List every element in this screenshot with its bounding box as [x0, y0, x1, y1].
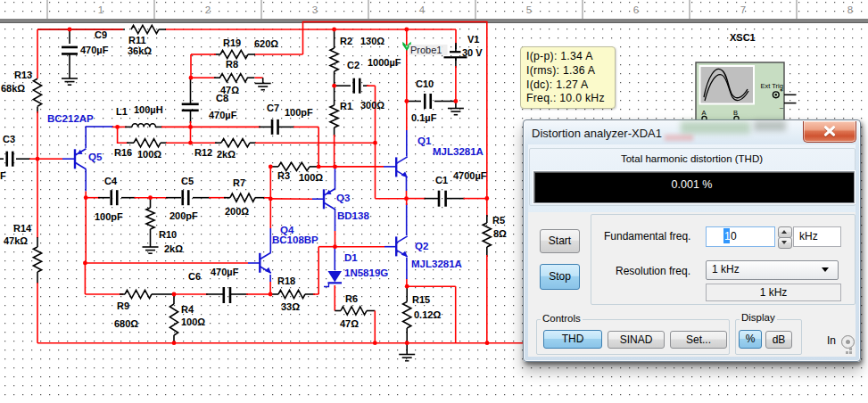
svg-text:6: 6 — [633, 4, 639, 15]
svg-text:130Ω: 130Ω — [360, 36, 384, 46]
svg-text:300Ω: 300Ω — [360, 100, 384, 111]
svg-text:R15: R15 — [412, 294, 430, 305]
svg-text:MJL3281A: MJL3281A — [411, 259, 462, 269]
svg-text:2: 2 — [205, 4, 211, 15]
svg-text:R16: R16 — [114, 147, 132, 158]
svg-text:R9: R9 — [117, 300, 129, 311]
svg-text:MJL3281A: MJL3281A — [433, 146, 484, 157]
svg-text:V1: V1 — [467, 34, 479, 45]
svg-text:2kΩ: 2kΩ — [217, 149, 236, 160]
svg-text:C1: C1 — [435, 175, 448, 185]
svg-text:C10: C10 — [416, 78, 434, 89]
svg-text:8: 8 — [847, 4, 853, 15]
svg-text:Q5: Q5 — [88, 152, 103, 162]
svg-text:C5: C5 — [181, 176, 194, 186]
svg-text:R18: R18 — [277, 276, 295, 286]
svg-text:680Ω: 680Ω — [114, 318, 138, 329]
svg-text:3: 3 — [312, 4, 318, 15]
svg-text:470µF: 470µF — [211, 267, 239, 277]
svg-text:100pF: 100pF — [95, 211, 123, 222]
svg-text:0.1µF: 0.1µF — [411, 112, 437, 123]
svg-text:Q1: Q1 — [417, 136, 432, 146]
svg-text:7: 7 — [740, 4, 746, 15]
svg-text:R7: R7 — [233, 177, 245, 188]
svg-text:C7: C7 — [267, 103, 279, 113]
svg-text:D1: D1 — [344, 252, 358, 263]
svg-text:Q3: Q3 — [336, 193, 350, 203]
svg-text:2kΩ: 2kΩ — [164, 243, 183, 254]
svg-text:100Ω: 100Ω — [181, 317, 205, 327]
svg-text:C4: C4 — [104, 176, 118, 186]
svg-text:47Ω: 47Ω — [340, 318, 359, 329]
svg-text:R12: R12 — [194, 147, 212, 158]
svg-text:_: _ — [779, 102, 783, 109]
svg-text:470µF: 470µF — [80, 45, 109, 55]
svg-text:C3: C3 — [3, 134, 15, 144]
svg-text:R11: R11 — [128, 35, 146, 45]
svg-text:36kΩ: 36kΩ — [128, 45, 152, 56]
svg-text:BC108BP: BC108BP — [272, 234, 318, 245]
svg-text:R5: R5 — [492, 215, 505, 226]
svg-text:620Ω: 620Ω — [254, 38, 278, 49]
svg-text:1N5819G: 1N5819G — [344, 267, 388, 278]
svg-text:200pF: 200pF — [169, 210, 198, 221]
svg-text:R13: R13 — [14, 70, 32, 80]
svg-text:Probe1: Probe1 — [410, 45, 442, 55]
svg-text:+: + — [780, 87, 783, 94]
svg-text:8Ω: 8Ω — [493, 228, 507, 239]
svg-text:30 V: 30 V — [462, 47, 483, 58]
svg-text:C9: C9 — [95, 29, 107, 40]
svg-text:B: B — [733, 109, 738, 117]
svg-text:100Ω: 100Ω — [299, 172, 323, 183]
svg-text:5: 5 — [526, 4, 532, 15]
svg-text:R3: R3 — [277, 170, 290, 181]
svg-text:R14: R14 — [13, 223, 32, 234]
svg-text:A: A — [702, 109, 707, 117]
svg-text:68kΩ: 68kΩ — [1, 83, 25, 94]
svg-text:F: F — [0, 170, 6, 181]
svg-text:R2: R2 — [340, 36, 352, 46]
svg-text:C6: C6 — [188, 271, 201, 282]
svg-text:L1: L1 — [116, 106, 128, 117]
svg-text:R8: R8 — [226, 59, 238, 70]
svg-text:BC212AP: BC212AP — [47, 113, 94, 124]
svg-text:1: 1 — [98, 4, 103, 15]
svg-text:200Ω: 200Ω — [225, 206, 249, 217]
svg-text:100Ω: 100Ω — [137, 149, 161, 160]
svg-text:33Ω: 33Ω — [281, 301, 300, 312]
svg-text:R4: R4 — [181, 304, 194, 315]
svg-text:R10: R10 — [159, 229, 177, 240]
svg-text:1000µF: 1000µF — [368, 57, 401, 68]
svg-text:4700µF: 4700µF — [453, 170, 487, 181]
svg-text:Q2: Q2 — [415, 241, 428, 251]
svg-text:0.12Ω: 0.12Ω — [414, 309, 441, 320]
svg-text:470µF: 470µF — [209, 110, 237, 120]
svg-text:BD138: BD138 — [337, 210, 369, 221]
svg-text:100pF: 100pF — [285, 107, 313, 118]
svg-text:R1: R1 — [340, 101, 352, 111]
svg-text:4: 4 — [419, 4, 426, 15]
svg-text:100µH: 100µH — [134, 104, 163, 115]
svg-text:C2: C2 — [347, 60, 360, 70]
svg-text:XSC1: XSC1 — [730, 32, 756, 43]
svg-text:R19: R19 — [223, 37, 241, 48]
svg-text:47kΩ: 47kΩ — [4, 235, 28, 246]
svg-text:R6: R6 — [345, 293, 358, 304]
svg-text:C8: C8 — [216, 93, 228, 103]
